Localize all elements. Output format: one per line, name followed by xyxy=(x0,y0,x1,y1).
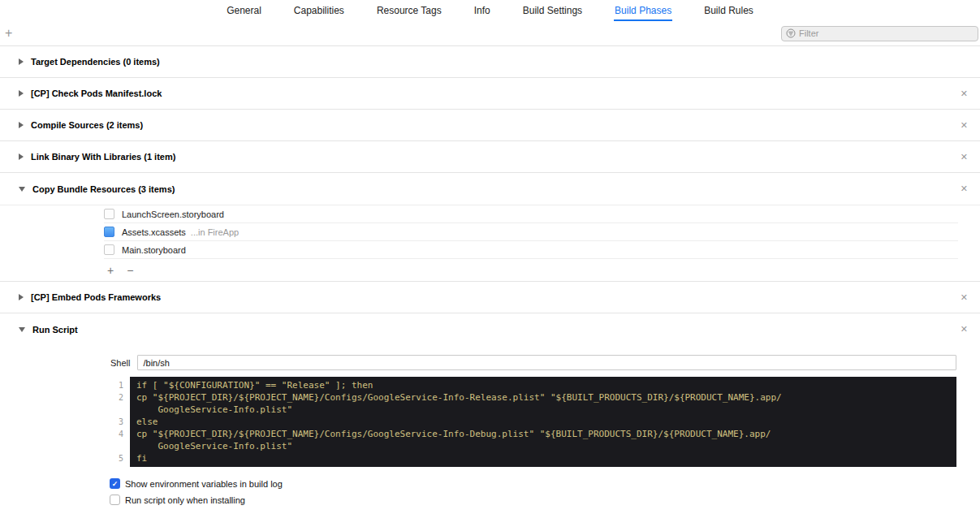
storyboard-file-icon xyxy=(104,244,114,255)
add-file-button[interactable]: + xyxy=(107,265,114,276)
code-line: 3 else xyxy=(104,416,956,428)
tab-build-settings[interactable]: Build Settings xyxy=(522,1,583,21)
phase-run-script[interactable]: Run Script ✕ xyxy=(0,313,980,345)
add-build-phase-button[interactable]: + xyxy=(5,27,19,40)
phase-copy-bundle-resources[interactable]: Copy Bundle Resources (3 items) ✕ xyxy=(0,173,980,205)
remove-phase-button[interactable]: ✕ xyxy=(961,184,968,193)
code-line: 1 if [ "${CONFIGURATION}" == "Release" ]… xyxy=(104,377,956,391)
phase-title: [CP] Embed Pods Frameworks xyxy=(31,292,161,302)
filter-field[interactable] xyxy=(781,26,978,41)
file-name: Main.storyboard xyxy=(122,245,186,255)
run-script-content: Shell 1 if [ "${CONFIGURATION}" == "Rele… xyxy=(0,345,980,505)
option-run-only-installing[interactable]: Run script only when installing xyxy=(110,495,956,505)
tab-build-rules[interactable]: Build Rules xyxy=(703,1,754,21)
remove-phase-button[interactable]: ✕ xyxy=(961,121,968,130)
copy-bundle-file-list: LaunchScreen.storyboard Assets.xcassets … xyxy=(0,205,980,259)
phase-title: Target Dependencies (0 items) xyxy=(31,57,160,67)
file-list-controls: + − xyxy=(0,259,980,282)
storyboard-file-icon xyxy=(104,209,114,219)
script-code-editor[interactable]: 1 if [ "${CONFIGURATION}" == "Release" ]… xyxy=(104,377,956,467)
phase-title: Link Binary With Libraries (1 item) xyxy=(31,152,175,162)
phase-check-pods-manifest[interactable]: [CP] Check Pods Manifest.lock ✕ xyxy=(0,78,980,110)
disclosure-triangle-icon[interactable] xyxy=(19,327,25,332)
xcassets-file-icon xyxy=(104,227,114,237)
phase-title: Compile Sources (2 items) xyxy=(31,120,143,130)
disclosure-triangle-icon[interactable] xyxy=(19,122,24,128)
tab-info[interactable]: Info xyxy=(473,1,491,21)
code-line: 5 fi xyxy=(104,452,956,467)
remove-file-button[interactable]: − xyxy=(127,265,133,276)
editor-tab-bar: General Capabilities Resource Tags Info … xyxy=(0,0,980,21)
tab-build-phases[interactable]: Build Phases xyxy=(614,1,672,21)
disclosure-triangle-icon[interactable] xyxy=(19,58,24,65)
phase-embed-pods-frameworks[interactable]: [CP] Embed Pods Frameworks ✕ xyxy=(0,282,980,313)
code-text[interactable]: cp "${PROJECT_DIR}/${PROJECT_NAME}/Confi… xyxy=(130,391,956,416)
option-show-env-vars[interactable]: ✓ Show environment variables in build lo… xyxy=(110,478,956,489)
line-number: 4 xyxy=(104,428,130,452)
remove-phase-button[interactable]: ✕ xyxy=(961,325,968,334)
line-number: 3 xyxy=(104,416,130,428)
line-number: 1 xyxy=(104,377,130,391)
disclosure-triangle-icon[interactable] xyxy=(19,90,24,97)
tab-general[interactable]: General xyxy=(226,1,262,21)
code-text[interactable]: else xyxy=(130,416,956,428)
phase-compile-sources[interactable]: Compile Sources (2 items) ✕ xyxy=(0,110,980,141)
code-text[interactable]: if [ "${CONFIGURATION}" == "Release" ]; … xyxy=(130,377,956,391)
line-number: 2 xyxy=(104,391,130,416)
remove-phase-button[interactable]: ✕ xyxy=(961,153,968,162)
code-text[interactable]: fi xyxy=(130,452,956,467)
checkbox-checked-icon[interactable]: ✓ xyxy=(110,478,120,489)
file-row-assets[interactable]: Assets.xcassets ...in FireApp xyxy=(104,223,958,241)
phase-title: Copy Bundle Resources (3 items) xyxy=(32,184,175,194)
phase-target-dependencies[interactable]: Target Dependencies (0 items) xyxy=(0,46,980,78)
file-name: LaunchScreen.storyboard xyxy=(122,209,224,219)
shell-path-input[interactable] xyxy=(137,355,956,370)
phase-title: [CP] Check Pods Manifest.lock xyxy=(31,89,162,98)
disclosure-triangle-icon[interactable] xyxy=(19,187,25,192)
phase-link-binary[interactable]: Link Binary With Libraries (1 item) ✕ xyxy=(0,141,980,173)
checkbox-unchecked-icon[interactable] xyxy=(110,495,120,505)
phase-title: Run Script xyxy=(32,325,78,335)
option-label: Run script only when installing xyxy=(125,495,245,505)
filter-icon xyxy=(786,28,796,38)
remove-phase-button[interactable]: ✕ xyxy=(961,293,968,302)
file-name: Assets.xcassets xyxy=(122,227,186,237)
filter-input[interactable] xyxy=(799,28,974,38)
shell-row: Shell xyxy=(110,355,956,370)
file-location-note: ...in FireApp xyxy=(191,227,239,237)
file-row-launchscreen[interactable]: LaunchScreen.storyboard xyxy=(104,205,958,223)
disclosure-triangle-icon[interactable] xyxy=(19,294,24,300)
tab-resource-tags[interactable]: Resource Tags xyxy=(376,1,443,21)
line-number: 5 xyxy=(104,452,130,467)
tab-capabilities[interactable]: Capabilities xyxy=(293,1,345,21)
code-line: 2 cp "${PROJECT_DIR}/${PROJECT_NAME}/Con… xyxy=(104,391,956,416)
code-text[interactable]: cp "${PROJECT_DIR}/${PROJECT_NAME}/Confi… xyxy=(130,428,956,452)
build-phases-toolbar: + xyxy=(0,21,980,46)
remove-phase-button[interactable]: ✕ xyxy=(961,89,968,98)
file-row-main[interactable]: Main.storyboard xyxy=(104,241,958,259)
code-line: 4 cp "${PROJECT_DIR}/${PROJECT_NAME}/Con… xyxy=(104,428,956,452)
disclosure-triangle-icon[interactable] xyxy=(19,153,24,160)
build-phase-list: Target Dependencies (0 items) [CP] Check… xyxy=(0,46,980,505)
option-label: Show environment variables in build log xyxy=(125,479,283,489)
shell-label: Shell xyxy=(110,358,130,368)
